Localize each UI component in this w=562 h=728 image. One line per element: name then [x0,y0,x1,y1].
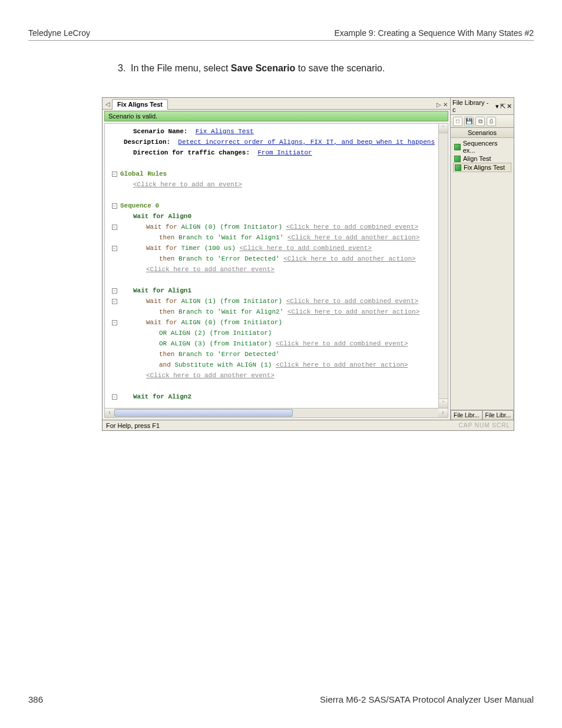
status-help: For Help, press F1 [106,422,160,429]
horizontal-scrollbar[interactable]: ‹ › [104,409,448,418]
manual-title: Sierra M6-2 SAS/SATA Protocol Analyzer U… [320,694,534,704]
copy-icon[interactable]: ⧉ [475,117,485,126]
scenario-name[interactable]: Fix Aligns Test [196,128,254,135]
dir-label: Direction for traffic changes: [133,149,250,156]
vertical-scrollbar[interactable]: ˄ ˅ [439,123,448,409]
dir-value[interactable]: From Initiator [257,149,312,156]
step-number: 3. [118,63,131,74]
desc-value[interactable]: Detect incorrect order of Aligns, FIX IT… [178,139,435,146]
step-text: In the File menu, select Save Scenario t… [131,63,385,74]
collapse-icon[interactable]: − [108,200,120,211]
collapse-icon[interactable]: − [108,317,120,328]
global-rules: Global Rules [120,169,167,179]
status-indicators: CAP NUM SCRL [459,422,510,429]
scenario-tree: Sequencers ex... Align Test Fix Aligns T… [451,138,514,173]
scroll-thumb[interactable] [114,409,293,417]
side-tab[interactable]: File Libr... [451,410,482,420]
collapse-icon[interactable]: − [108,222,120,232]
status-bar: For Help, press F1 CAP NUM SCRL [102,420,514,431]
print-icon[interactable]: ⎙ [487,117,496,126]
scenario-icon [454,144,461,150]
scenario-editor[interactable]: Scenario Name: Fix Aligns Test Descripti… [104,123,439,409]
state-wait-align0: Wait for Align0 [120,211,191,222]
tree-item-selected[interactable]: Fix Aligns Test [453,163,511,172]
collapse-icon[interactable]: − [108,243,120,253]
file-library-panel: File Library - c ▾ ⇱ ✕ □ 💾 ⧉ ⎙ Scenarios [450,98,514,420]
new-icon[interactable]: □ [453,117,462,126]
page-number: 386 [28,694,43,704]
tab-prev-icon[interactable]: ◁ [104,101,112,109]
validation-bar: Scenario is valid. [104,111,448,121]
save-icon[interactable]: 💾 [464,117,474,126]
scroll-right-icon[interactable]: › [438,409,448,417]
side-tab[interactable]: File Libr... [482,410,514,420]
name-label: Scenario Name: [133,128,187,135]
tab-fix-aligns[interactable]: Fix Aligns Test [112,99,168,110]
header-left: Teledyne LeCroy [28,28,90,38]
header-right: Example 9: Creating a Sequence With Many… [334,28,534,38]
instruction-step: 3. In the File menu, select Save Scenari… [118,63,534,74]
tab-label: Fix Aligns Test [117,101,163,108]
tab-actions[interactable]: ▷ ✕ [437,101,450,109]
add-event-link[interactable]: <Click here to add an event> [133,181,242,188]
close-icon[interactable]: ✕ [507,103,512,110]
scroll-left-icon[interactable]: ‹ [105,409,114,417]
screenshot: ◁ Fix Aligns Test ▷ ✕ Scenario is valid.… [102,97,514,431]
collapse-icon[interactable]: − [108,296,120,307]
tree-item[interactable]: Align Test [453,154,511,163]
side-toolbar: □ 💾 ⧉ ⎙ [451,115,514,128]
tab-bar: ◁ Fix Aligns Test ▷ ✕ [103,98,450,110]
page-header: Teledyne LeCroy Example 9: Creating a Se… [28,28,534,41]
state-wait-align1: Wait for Align1 [120,285,191,296]
scenarios-header[interactable]: Scenarios [451,128,514,138]
tree-item[interactable]: Sequencers ex... [453,139,511,154]
pin-icon[interactable]: ⇱ [500,103,505,110]
desc-label: Description: [124,139,170,146]
collapse-icon[interactable]: − [108,285,120,296]
page-footer: 386 Sierra M6-2 SAS/SATA Protocol Analyz… [28,692,534,704]
sequence-0: Sequence 0 [120,200,159,211]
state-wait-align2: Wait for Align2 [120,391,191,402]
scenario-icon [455,164,461,171]
scroll-up-icon[interactable]: ˄ [439,124,448,133]
side-panel-title: File Library - c [452,99,493,113]
scenario-icon [454,156,461,162]
dropdown-icon[interactable]: ▾ [495,103,499,110]
collapse-icon[interactable]: − [108,391,120,402]
scroll-down-icon[interactable]: ˅ [439,398,448,408]
collapse-icon[interactable]: − [108,169,120,179]
